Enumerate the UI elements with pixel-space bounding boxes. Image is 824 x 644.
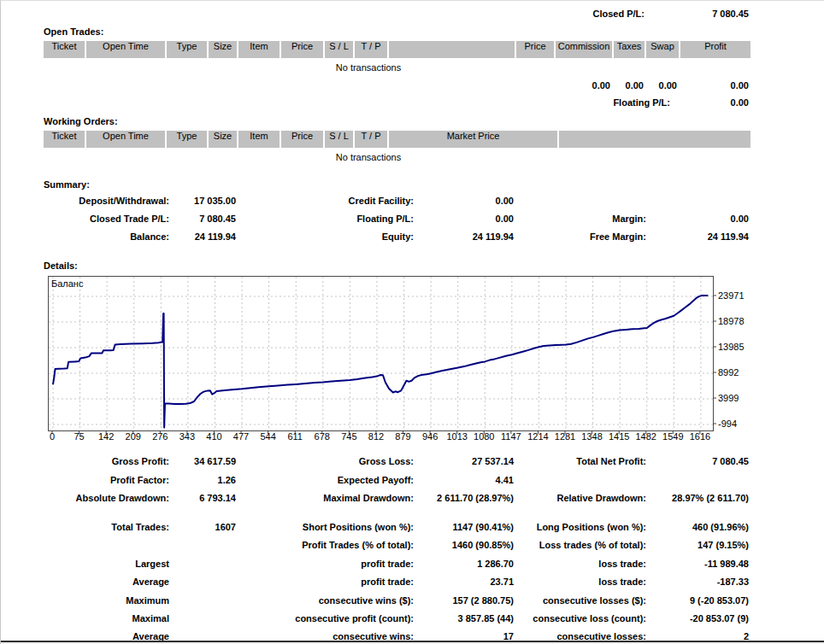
col-sl: S / L bbox=[325, 131, 353, 148]
x-tick-label: 946 bbox=[416, 431, 444, 442]
col-spacer bbox=[559, 131, 750, 148]
stat-label: Average bbox=[39, 577, 169, 587]
stat-value: -187.33 bbox=[650, 577, 749, 587]
stat-value: -11 989.48 bbox=[650, 559, 749, 569]
open-trades-taxes-total: 0.00 bbox=[612, 79, 644, 91]
col-open-time: Open Time bbox=[86, 41, 165, 58]
col-type: Type bbox=[167, 41, 207, 58]
stat-value: 2 611.70 (28.97%) bbox=[420, 493, 514, 503]
col-taxes: Taxes bbox=[614, 41, 644, 58]
x-tick-label: 1281 bbox=[551, 431, 579, 442]
x-tick-label: 678 bbox=[309, 431, 336, 442]
stat-label: Equity: bbox=[283, 231, 414, 242]
col-swap: Swap bbox=[646, 41, 679, 58]
stat-label: Profit Factor: bbox=[39, 475, 169, 485]
stat-label: Relative Drawdown: bbox=[531, 493, 646, 503]
col-market-price: Market Price bbox=[389, 131, 557, 148]
x-tick-label: 1482 bbox=[633, 431, 660, 442]
stat-value: 24 119.94 bbox=[172, 231, 236, 242]
stat-label: consecutive loss (count): bbox=[531, 613, 646, 624]
open-trades-header: Ticket Open Time Type Size Item Price S … bbox=[44, 41, 750, 58]
closed-pl-value: 7 080.45 bbox=[663, 8, 749, 20]
stat-label: Absolute Drawdown: bbox=[39, 493, 169, 503]
y-axis-ticks bbox=[713, 276, 717, 430]
x-tick-label: 1549 bbox=[659, 431, 686, 442]
floating-pl-label: Floating P/L: bbox=[539, 97, 670, 108]
open-trades-swap-total: 0.00 bbox=[644, 79, 677, 91]
x-tick-label: 1214 bbox=[524, 431, 551, 442]
stat-value: 1607 bbox=[172, 522, 236, 532]
stat-label: Profit Trades (% of total): bbox=[283, 540, 414, 550]
x-tick-label: 1415 bbox=[605, 431, 633, 442]
col-profit: Profit bbox=[680, 41, 750, 58]
x-tick-label: 745 bbox=[335, 431, 362, 442]
stat-label: Maximal bbox=[39, 613, 169, 624]
x-tick-label: 879 bbox=[390, 431, 417, 442]
x-tick-label: 343 bbox=[174, 431, 201, 442]
x-tick-label: 0 bbox=[38, 431, 66, 442]
stat-label: Maximal Drawdown: bbox=[283, 493, 414, 503]
y-tick-label: -994 bbox=[718, 419, 754, 429]
stat-label: Largest bbox=[39, 559, 169, 569]
x-tick-label: 209 bbox=[120, 431, 147, 442]
stat-label: Closed Trade P/L: bbox=[39, 214, 169, 224]
report-row: Averageprofit trade:23.71loss trade:-187… bbox=[1, 577, 824, 588]
report-row: Absolute Drawdown:6 793.14Maximal Drawdo… bbox=[1, 493, 824, 505]
stat-value: 7 080.45 bbox=[172, 214, 236, 224]
x-tick-label: 812 bbox=[362, 431, 390, 442]
stat-label: Balance: bbox=[39, 231, 169, 242]
col-item: Item bbox=[238, 131, 280, 148]
report-row: Largestprofit trade:1 286.70loss trade:-… bbox=[1, 559, 824, 571]
y-tick-label: 18978 bbox=[718, 316, 754, 326]
balance-chart-plot bbox=[49, 277, 713, 430]
stat-label: Maximum bbox=[39, 595, 169, 606]
x-tick-label: 276 bbox=[146, 431, 174, 442]
working-orders-empty: No transactions bbox=[300, 151, 437, 163]
stat-value: 1460 (90.85%) bbox=[420, 540, 514, 550]
x-tick-label: 1616 bbox=[686, 431, 714, 442]
open-trades-commission-total: 0.00 bbox=[556, 79, 610, 91]
stat-value: 23.71 bbox=[420, 577, 514, 587]
details-title: Details: bbox=[44, 260, 78, 272]
col-item: Item bbox=[238, 41, 280, 58]
x-tick-label: 142 bbox=[92, 431, 120, 442]
stat-label: Gross Profit: bbox=[39, 456, 169, 466]
report-row: Profit Trades (% of total):1460 (90.85%)… bbox=[1, 540, 824, 552]
stat-label: Free Margin: bbox=[531, 231, 646, 242]
closed-pl-label: Closed P/L: bbox=[514, 8, 644, 20]
stat-value: 34 617.59 bbox=[172, 456, 236, 466]
stat-value: 157 (2 880.75) bbox=[420, 595, 514, 606]
report-row: Deposit/Withdrawal:17 035.00Credit Facil… bbox=[1, 196, 824, 208]
report-row: Closed Trade P/L:7 080.45Floating P/L:0.… bbox=[1, 214, 824, 225]
col-ticket: Ticket bbox=[44, 41, 85, 58]
stat-label: profit trade: bbox=[283, 577, 414, 587]
col-size: Size bbox=[209, 41, 237, 58]
col-spacer bbox=[389, 41, 515, 58]
y-tick-label: 3999 bbox=[718, 393, 754, 403]
stat-label: profit trade: bbox=[283, 559, 414, 569]
stat-label: consecutive wins ($): bbox=[283, 595, 414, 606]
stat-value: 4.41 bbox=[420, 475, 514, 485]
stat-label: Expected Payoff: bbox=[283, 475, 414, 485]
balance-chart: Баланс bbox=[48, 276, 714, 431]
x-tick-label: 1013 bbox=[444, 431, 471, 442]
stat-value: 0.00 bbox=[420, 196, 514, 206]
x-tick-label: 611 bbox=[281, 431, 309, 442]
x-tick-label: 410 bbox=[200, 431, 227, 442]
stat-label: Short Positions (won %): bbox=[283, 522, 414, 532]
stat-value: 24 119.94 bbox=[650, 231, 749, 242]
stat-value: 147 (9.15%) bbox=[650, 540, 749, 550]
col-type: Type bbox=[167, 131, 207, 148]
col-price-close: Price bbox=[516, 41, 554, 58]
trade-report-page: Closed P/L: 7 080.45 Open Trades: Ticket… bbox=[0, 0, 824, 644]
col-commission: Commission bbox=[556, 41, 612, 58]
stat-value: 460 (91.96%) bbox=[650, 522, 749, 532]
x-tick-label: 75 bbox=[66, 431, 93, 442]
x-tick-label: 1348 bbox=[579, 431, 606, 442]
y-tick-label: 13985 bbox=[718, 342, 754, 352]
col-tp: T / P bbox=[355, 131, 387, 148]
chart-legend-balance: Баланс bbox=[51, 278, 83, 289]
report-row: Maximumconsecutive wins ($):157 (2 880.7… bbox=[1, 595, 824, 607]
floating-pl-value: 0.00 bbox=[663, 97, 749, 108]
working-orders-title: Working Orders: bbox=[44, 115, 118, 127]
